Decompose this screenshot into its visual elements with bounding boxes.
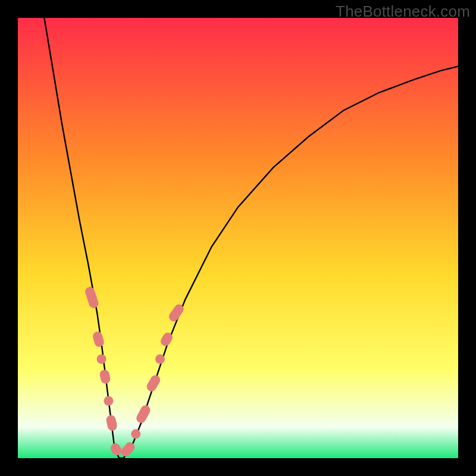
marker-dot [104, 396, 113, 406]
marker-dot [97, 355, 107, 364]
chart-frame: TheBottleneck.com [0, 0, 476, 476]
gradient-background [18, 18, 458, 458]
plot-area [18, 18, 458, 458]
marker-dot [131, 429, 140, 439]
marker-dot [155, 355, 165, 364]
bottleneck-chart [18, 18, 458, 458]
